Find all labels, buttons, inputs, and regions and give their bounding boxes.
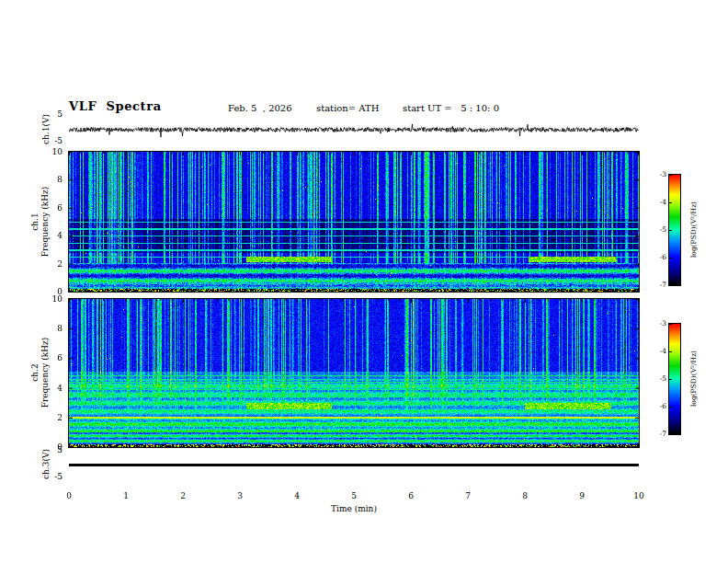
freq-tick-label: 8	[35, 324, 63, 333]
frequency-unit-label: Frequency (kHz)	[40, 148, 51, 295]
freq-tick-label: 2	[35, 259, 63, 269]
ch1-ymax-label: 5	[35, 109, 63, 119]
x-tick-label: 1	[117, 491, 135, 500]
freq-tick-label: 4	[35, 231, 63, 240]
date-label: Feb. 5 , 2026	[228, 103, 292, 113]
colorbar-tick-label: -4	[642, 347, 666, 355]
colorbar-tick-label: -3	[642, 170, 666, 178]
ch1-waveform-canvas	[69, 114, 639, 145]
freq-tick-label: 6	[35, 353, 63, 362]
freq-tick-label: 4	[35, 384, 63, 393]
ch1-spectrogram-canvas	[68, 151, 640, 293]
freq-tick-label: 2	[35, 413, 63, 422]
freq-tick-label: 10	[35, 147, 63, 156]
freq-tick-label: 0	[35, 442, 63, 452]
frequency-unit-label: Frequency (kHz)	[40, 299, 51, 446]
ch2-spectrogram-canvas	[68, 298, 640, 448]
ch2-label-line: ch.2	[30, 299, 40, 446]
colorbar-tick-label: -7	[642, 281, 666, 289]
freq-tick-label: 10	[35, 294, 63, 304]
time-axis-label: Time (min)	[308, 504, 400, 513]
start-ut-label: start UT = 5 : 10: 0	[403, 103, 499, 113]
colorbar-tick-label: -5	[642, 374, 666, 383]
colorbar-tick-label: -6	[642, 253, 666, 261]
colorbar-tick-label: -6	[642, 402, 666, 410]
colorbar-tick-label: -4	[642, 198, 666, 206]
x-tick-label: 5	[345, 491, 363, 500]
colorbar1-label: log(PSD)(V²/Hz)	[688, 179, 699, 281]
x-tick-label: 9	[573, 491, 591, 500]
x-tick-label: 2	[174, 491, 192, 500]
colorbar-ch2	[668, 323, 681, 435]
colorbar-ch1	[668, 174, 681, 286]
colorbar-tick-label: -7	[642, 430, 666, 438]
ch1-label-line: ch.1	[30, 148, 40, 295]
vlf-spectra-figure: VLF Spectra Feb. 5 , 2026 station= ATH s…	[0, 0, 728, 563]
ch3-flatline-trace	[69, 464, 639, 466]
x-tick-label: 8	[516, 491, 534, 500]
station-label: station= ATH	[316, 103, 379, 113]
x-tick-label: 6	[402, 491, 420, 500]
colorbar-tick-label: -5	[642, 225, 666, 234]
x-tick-label: 10	[630, 491, 648, 500]
figure-title: VLF Spectra	[69, 99, 162, 113]
ch1-ymin-label: -5	[35, 136, 63, 145]
ch3-ymin-label: -5	[35, 472, 63, 481]
x-tick-label: 7	[459, 491, 477, 500]
ch1-frequency-axis-label: ch.1 Frequency (kHz)	[30, 148, 51, 295]
colorbar-tick-label: -3	[642, 319, 666, 327]
freq-tick-label: 8	[35, 175, 63, 184]
freq-tick-label: 6	[35, 203, 63, 213]
x-tick-label: 4	[288, 491, 306, 500]
colorbar2-label: log(PSD)(V²/Hz)	[688, 328, 699, 430]
x-tick-label: 0	[60, 491, 78, 500]
ch2-frequency-axis-label: ch.2 Frequency (kHz)	[30, 299, 51, 446]
x-tick-label: 3	[231, 491, 249, 500]
